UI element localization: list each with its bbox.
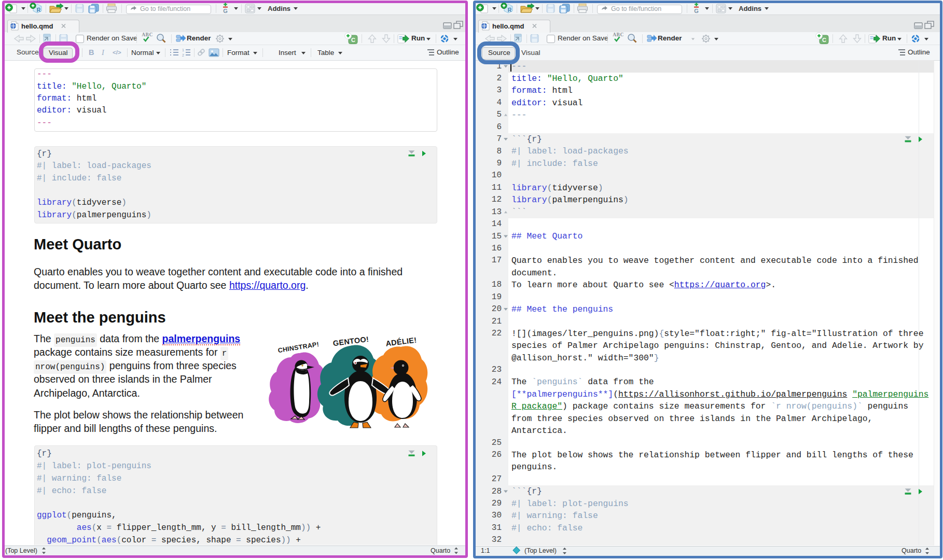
svg-text:CHINSTRAP!: CHINSTRAP!	[278, 341, 320, 354]
svg-text:ADÉLIE!: ADÉLIE!	[385, 335, 418, 347]
svg-text:GENTOO!: GENTOO!	[332, 335, 369, 347]
